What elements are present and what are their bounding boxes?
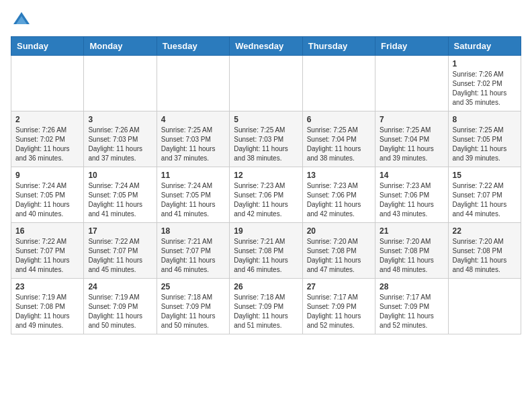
day-number: 27 [307, 282, 371, 291]
day-number: 11 [161, 171, 225, 180]
day-info: Sunrise: 7:21 AM Sunset: 7:07 PM Dayligh… [161, 237, 225, 275]
day-info: Sunrise: 7:18 AM Sunset: 7:09 PM Dayligh… [234, 293, 298, 330]
calendar-cell [302, 56, 375, 111]
day-info: Sunrise: 7:24 AM Sunset: 7:05 PM Dayligh… [88, 181, 152, 219]
calendar-cell: 9Sunrise: 7:24 AM Sunset: 7:05 PM Daylig… [11, 167, 84, 223]
calendar-cell: 19Sunrise: 7:21 AM Sunset: 7:08 PM Dayli… [230, 223, 302, 279]
day-info: Sunrise: 7:21 AM Sunset: 7:08 PM Dayligh… [234, 237, 298, 275]
day-info: Sunrise: 7:25 AM Sunset: 7:03 PM Dayligh… [234, 126, 298, 163]
calendar-cell [375, 56, 448, 111]
day-number: 22 [453, 226, 517, 236]
day-info: Sunrise: 7:22 AM Sunset: 7:07 PM Dayligh… [453, 181, 517, 219]
calendar-cell: 13Sunrise: 7:23 AM Sunset: 7:06 PM Dayli… [302, 167, 375, 223]
day-number: 4 [161, 115, 225, 124]
day-info: Sunrise: 7:20 AM Sunset: 7:08 PM Dayligh… [307, 237, 371, 275]
day-number: 2 [15, 115, 79, 124]
calendar-cell [84, 56, 157, 111]
day-number: 15 [453, 171, 517, 180]
calendar-cell: 17Sunrise: 7:22 AM Sunset: 7:07 PM Dayli… [84, 223, 157, 279]
day-number: 7 [380, 115, 443, 124]
calendar-cell [157, 56, 229, 111]
day-info: Sunrise: 7:26 AM Sunset: 7:02 PM Dayligh… [453, 70, 517, 107]
day-info: Sunrise: 7:20 AM Sunset: 7:08 PM Dayligh… [453, 237, 517, 275]
calendar-cell: 3Sunrise: 7:26 AM Sunset: 7:03 PM Daylig… [84, 111, 157, 167]
calendar-cell: 7Sunrise: 7:25 AM Sunset: 7:04 PM Daylig… [375, 111, 448, 167]
calendar-cell [11, 56, 84, 111]
day-info: Sunrise: 7:25 AM Sunset: 7:03 PM Dayligh… [161, 126, 225, 163]
day-info: Sunrise: 7:25 AM Sunset: 7:04 PM Dayligh… [380, 126, 443, 163]
day-of-week-tuesday: Tuesday [157, 37, 229, 56]
day-number: 16 [15, 226, 79, 236]
day-number: 25 [161, 282, 225, 291]
calendar-cell: 4Sunrise: 7:25 AM Sunset: 7:03 PM Daylig… [157, 111, 229, 167]
day-number: 18 [161, 226, 225, 236]
calendar-cell: 15Sunrise: 7:22 AM Sunset: 7:07 PM Dayli… [448, 167, 521, 223]
calendar-cell: 27Sunrise: 7:17 AM Sunset: 7:09 PM Dayli… [302, 279, 375, 334]
calendar-cell: 21Sunrise: 7:20 AM Sunset: 7:08 PM Dayli… [375, 223, 448, 279]
day-info: Sunrise: 7:23 AM Sunset: 7:06 PM Dayligh… [307, 181, 371, 219]
calendar-cell: 1Sunrise: 7:26 AM Sunset: 7:02 PM Daylig… [448, 56, 521, 111]
calendar-cell: 24Sunrise: 7:19 AM Sunset: 7:09 PM Dayli… [84, 279, 157, 334]
day-number: 3 [88, 115, 152, 124]
day-info: Sunrise: 7:23 AM Sunset: 7:06 PM Dayligh… [234, 181, 298, 219]
day-number: 23 [15, 282, 79, 291]
day-info: Sunrise: 7:22 AM Sunset: 7:07 PM Dayligh… [15, 237, 79, 275]
calendar-cell: 8Sunrise: 7:25 AM Sunset: 7:05 PM Daylig… [448, 111, 521, 167]
calendar-cell: 23Sunrise: 7:19 AM Sunset: 7:08 PM Dayli… [11, 279, 84, 334]
day-number: 17 [88, 226, 152, 236]
calendar-cell: 20Sunrise: 7:20 AM Sunset: 7:08 PM Dayli… [302, 223, 375, 279]
calendar-cell: 14Sunrise: 7:23 AM Sunset: 7:06 PM Dayli… [375, 167, 448, 223]
day-number: 1 [453, 59, 517, 68]
day-of-week-sunday: Sunday [11, 37, 84, 56]
day-number: 8 [453, 115, 517, 124]
day-of-week-thursday: Thursday [302, 37, 375, 56]
calendar-cell [448, 279, 521, 334]
day-number: 24 [88, 282, 152, 291]
calendar-cell: 28Sunrise: 7:17 AM Sunset: 7:09 PM Dayli… [375, 279, 448, 334]
day-of-week-monday: Monday [84, 37, 157, 56]
day-info: Sunrise: 7:23 AM Sunset: 7:06 PM Dayligh… [380, 181, 443, 219]
logo-icon [12, 11, 31, 30]
calendar-cell: 10Sunrise: 7:24 AM Sunset: 7:05 PM Dayli… [84, 167, 157, 223]
day-info: Sunrise: 7:26 AM Sunset: 7:02 PM Dayligh… [15, 126, 79, 163]
calendar-cell: 11Sunrise: 7:24 AM Sunset: 7:05 PM Dayli… [157, 167, 229, 223]
day-info: Sunrise: 7:17 AM Sunset: 7:09 PM Dayligh… [380, 293, 443, 330]
day-info: Sunrise: 7:24 AM Sunset: 7:05 PM Dayligh… [15, 181, 79, 219]
day-info: Sunrise: 7:22 AM Sunset: 7:07 PM Dayligh… [88, 237, 152, 275]
day-number: 6 [307, 115, 371, 124]
day-number: 5 [234, 115, 298, 124]
day-number: 21 [380, 226, 443, 236]
day-info: Sunrise: 7:20 AM Sunset: 7:08 PM Dayligh… [380, 237, 443, 275]
calendar-cell: 5Sunrise: 7:25 AM Sunset: 7:03 PM Daylig… [230, 111, 302, 167]
calendar-cell: 6Sunrise: 7:25 AM Sunset: 7:04 PM Daylig… [302, 111, 375, 167]
day-number: 12 [234, 171, 298, 180]
calendar-cell: 25Sunrise: 7:18 AM Sunset: 7:09 PM Dayli… [157, 279, 229, 334]
calendar-cell: 12Sunrise: 7:23 AM Sunset: 7:06 PM Dayli… [230, 167, 302, 223]
logo [11, 11, 31, 30]
calendar-cell: 16Sunrise: 7:22 AM Sunset: 7:07 PM Dayli… [11, 223, 84, 279]
calendar-cell: 22Sunrise: 7:20 AM Sunset: 7:08 PM Dayli… [448, 223, 521, 279]
day-info: Sunrise: 7:25 AM Sunset: 7:05 PM Dayligh… [453, 126, 517, 163]
page-header [11, 11, 521, 30]
day-number: 14 [380, 171, 443, 180]
day-info: Sunrise: 7:19 AM Sunset: 7:08 PM Dayligh… [15, 293, 79, 330]
day-number: 9 [15, 171, 79, 180]
day-of-week-wednesday: Wednesday [230, 37, 302, 56]
day-info: Sunrise: 7:25 AM Sunset: 7:04 PM Dayligh… [307, 126, 371, 163]
day-number: 26 [234, 282, 298, 291]
day-number: 19 [234, 226, 298, 236]
day-info: Sunrise: 7:17 AM Sunset: 7:09 PM Dayligh… [307, 293, 371, 330]
day-of-week-saturday: Saturday [448, 37, 521, 56]
day-number: 10 [88, 171, 152, 180]
day-info: Sunrise: 7:26 AM Sunset: 7:03 PM Dayligh… [88, 126, 152, 163]
day-info: Sunrise: 7:19 AM Sunset: 7:09 PM Dayligh… [88, 293, 152, 330]
calendar-cell: 2Sunrise: 7:26 AM Sunset: 7:02 PM Daylig… [11, 111, 84, 167]
calendar-table: SundayMondayTuesdayWednesdayThursdayFrid… [11, 36, 521, 334]
day-info: Sunrise: 7:18 AM Sunset: 7:09 PM Dayligh… [161, 293, 225, 330]
day-number: 28 [380, 282, 443, 291]
calendar-cell: 18Sunrise: 7:21 AM Sunset: 7:07 PM Dayli… [157, 223, 229, 279]
day-of-week-friday: Friday [375, 37, 448, 56]
day-number: 13 [307, 171, 371, 180]
calendar-cell: 26Sunrise: 7:18 AM Sunset: 7:09 PM Dayli… [230, 279, 302, 334]
day-info: Sunrise: 7:24 AM Sunset: 7:05 PM Dayligh… [161, 181, 225, 219]
